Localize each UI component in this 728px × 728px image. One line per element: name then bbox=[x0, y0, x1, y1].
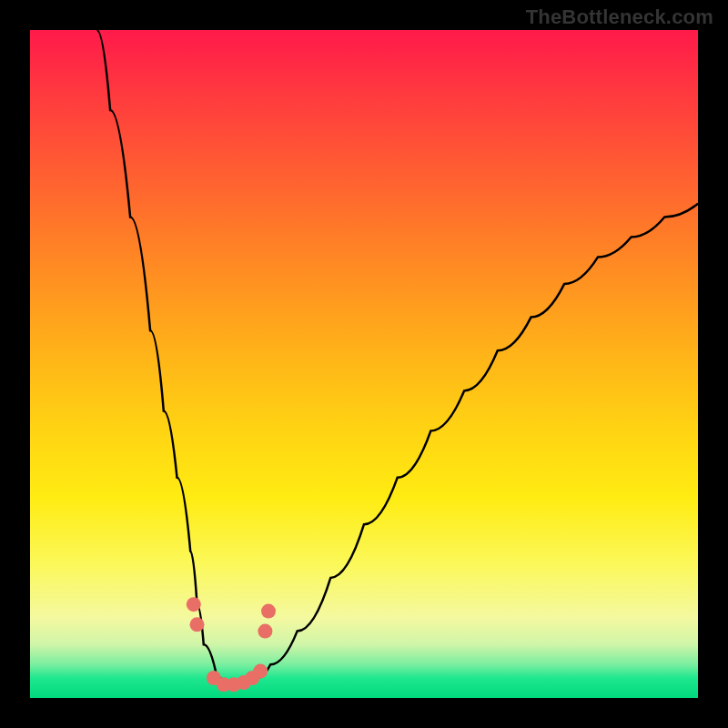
highlight-dot bbox=[190, 617, 205, 632]
chart-frame: TheBottleneck.com bbox=[0, 0, 728, 728]
highlight-dot bbox=[187, 597, 201, 612]
highlight-dot bbox=[253, 664, 268, 679]
highlight-dot bbox=[258, 624, 272, 639]
bottleneck-curve bbox=[96, 30, 698, 684]
highlight-dot bbox=[261, 604, 276, 619]
curve-layer bbox=[0, 0, 728, 728]
